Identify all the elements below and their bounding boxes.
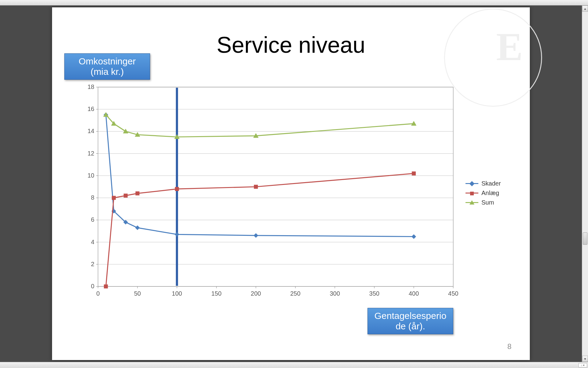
legend-item-sum: Sum [466,199,501,206]
scroll-up-button[interactable]: ▲ [582,6,588,12]
svg-text:450: 450 [448,290,458,297]
svg-text:14: 14 [88,128,94,134]
svg-text:150: 150 [211,290,221,297]
svg-text:2: 2 [91,261,94,267]
svg-text:250: 250 [290,290,300,297]
triangle-icon [466,202,478,203]
svg-rect-58 [412,172,416,175]
scroll-thumb[interactable] [583,232,587,245]
svg-text:0: 0 [96,290,100,297]
svg-rect-55 [136,192,139,195]
legend: Skader Anlæg Sum [466,178,501,209]
svg-text:8: 8 [91,194,94,201]
svg-rect-52 [104,285,108,288]
legend-label: Sum [481,199,494,206]
svg-rect-53 [112,196,116,200]
y-axis-label-line2: (mia kr.) [69,67,145,77]
svg-text:6: 6 [91,216,94,223]
x-axis-label-line2: de (år). [372,321,449,332]
svg-text:0: 0 [91,283,94,289]
legend-item-skader: Skader [466,180,501,187]
square-icon [466,193,478,194]
vertical-scrollbar[interactable]: ▲ ▼ [582,6,588,362]
svg-text:50: 50 [134,290,141,297]
app-top-chrome [0,0,588,6]
scroll-down-button[interactable]: ▼ [582,356,588,362]
svg-text:200: 200 [251,290,261,297]
x-axis-label-box: Gentagelsesperio de (år). [368,308,453,334]
view-options-button[interactable]: ⌂ ▾ [579,363,587,367]
chart: 0246810121416180501001502002503003504004… [77,84,514,305]
svg-text:10: 10 [88,172,94,179]
legend-label: Skader [481,180,501,187]
svg-text:4: 4 [91,239,94,245]
svg-text:300: 300 [330,290,340,297]
svg-text:18: 18 [88,84,94,90]
app-bottom-chrome [0,362,588,368]
svg-text:16: 16 [88,105,94,112]
svg-rect-50 [98,87,453,286]
diamond-icon [466,183,478,184]
svg-text:12: 12 [88,150,94,157]
legend-item-anlaeg: Anlæg [466,190,501,197]
svg-rect-57 [254,185,258,189]
svg-rect-54 [124,194,127,197]
legend-label: Anlæg [481,190,499,197]
svg-rect-56 [175,187,179,191]
slide-canvas: E Service niveau Omkostninger (mia kr.) … [52,7,530,360]
svg-text:400: 400 [409,290,419,297]
page-number: 8 [507,342,511,351]
chart-svg: 0246810121416180501001502002503003504004… [77,84,514,305]
y-axis-label-box: Omkostninger (mia kr.) [64,53,150,80]
y-axis-label-line1: Omkostninger [69,56,145,67]
svg-text:350: 350 [369,290,379,297]
x-axis-label-line1: Gentagelsesperio [372,311,449,321]
svg-text:100: 100 [172,290,182,297]
